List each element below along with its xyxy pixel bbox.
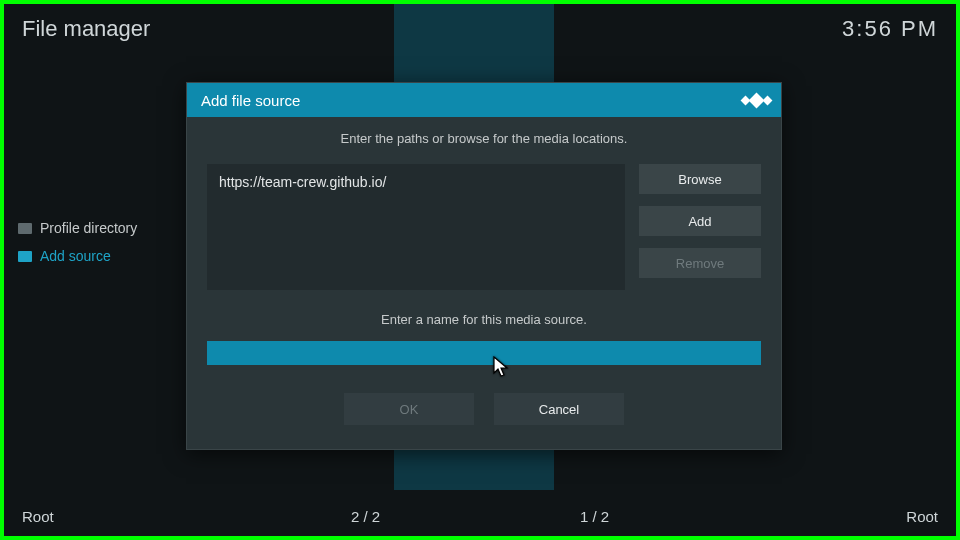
footer-left-counter: 2 / 2 [251, 508, 480, 525]
sidebar-item-label: Profile directory [40, 220, 137, 236]
kodi-logo-icon [742, 97, 771, 104]
name-instruction: Enter a name for this media source. [207, 312, 761, 327]
path-entry[interactable]: https://team-crew.github.io/ [219, 174, 613, 190]
dialog-titlebar: Add file source [187, 83, 781, 117]
dialog-title: Add file source [201, 92, 300, 109]
header: File manager 3:56 PM [22, 16, 938, 42]
sidebar: Profile directory Add source [14, 214, 179, 270]
folder-icon [18, 251, 32, 262]
cancel-button[interactable]: Cancel [494, 393, 624, 425]
page-title: File manager [22, 16, 150, 42]
remove-button[interactable]: Remove [639, 248, 761, 278]
paths-instruction: Enter the paths or browse for the media … [207, 131, 761, 146]
footer-right-counter: 1 / 2 [480, 508, 709, 525]
browse-button[interactable]: Browse [639, 164, 761, 194]
clock: 3:56 PM [842, 16, 938, 42]
footer-right-label: Root [709, 508, 938, 525]
ok-button[interactable]: OK [344, 393, 474, 425]
footer-left-label: Root [22, 508, 251, 525]
folder-icon [18, 223, 32, 234]
paths-list[interactable]: https://team-crew.github.io/ [207, 164, 625, 290]
sidebar-item-add-source[interactable]: Add source [14, 242, 179, 270]
sidebar-item-profile-directory[interactable]: Profile directory [14, 214, 179, 242]
source-name-input[interactable] [207, 341, 761, 365]
add-button[interactable]: Add [639, 206, 761, 236]
footer: Root 2 / 2 1 / 2 Root [4, 496, 956, 536]
sidebar-item-label: Add source [40, 248, 111, 264]
add-file-source-dialog: Add file source Enter the paths or brows… [186, 82, 782, 450]
